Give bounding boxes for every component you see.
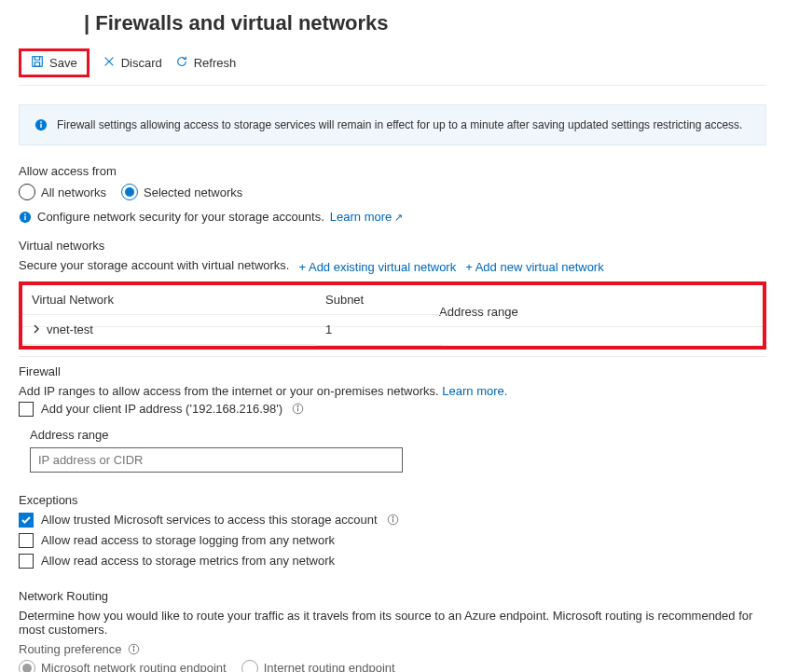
add-new-vnet-link[interactable]: + Add new virtual network xyxy=(465,260,604,274)
exception-trusted-ms[interactable]: Allow trusted Microsoft services to acce… xyxy=(19,513,766,528)
radio-all-networks[interactable]: All networks xyxy=(19,184,106,200)
info-icon[interactable] xyxy=(292,403,304,415)
radio-icon xyxy=(121,184,138,200)
info-banner-text: Firewall settings allowing access to sto… xyxy=(57,118,742,131)
firewall-learn-more-link[interactable]: Learn more. xyxy=(442,384,507,398)
firewall-desc-text: Add IP ranges to allow access from the i… xyxy=(19,384,439,398)
exception-label: Allow read access to storage metrics fro… xyxy=(41,554,335,568)
discard-label: Discard xyxy=(121,56,162,70)
chevron-right-icon xyxy=(32,322,41,336)
radio-label: Microsoft network routing endpoint xyxy=(41,661,227,672)
radio-internet-routing: Internet routing endpoint xyxy=(241,660,395,673)
add-client-ip-label: Add your client IP address ('192.168.216… xyxy=(41,402,282,416)
config-text: Configure network security for your stor… xyxy=(37,210,324,224)
config-security-line: Configure network security for your stor… xyxy=(19,210,766,224)
svg-point-10 xyxy=(297,405,298,406)
table-row[interactable]: vnet-test 1 xyxy=(22,315,442,346)
col-vnet: Virtual Network xyxy=(22,285,316,315)
radio-icon xyxy=(241,660,258,673)
routing-radios: Microsoft network routing endpoint Inter… xyxy=(19,660,766,673)
radio-label: Internet routing endpoint xyxy=(264,661,395,672)
access-label: Allow access from xyxy=(19,164,766,178)
radio-icon xyxy=(19,184,35,200)
routing-heading: Network Routing xyxy=(19,589,766,603)
vnet-table-left: Virtual Network Subnet vnet-test 1 xyxy=(22,285,442,346)
radio-selected-label: Selected networks xyxy=(144,185,242,199)
svg-rect-3 xyxy=(40,124,41,128)
vnet-desc: Secure your storage account with virtual… xyxy=(19,258,289,272)
svg-point-13 xyxy=(392,516,392,517)
exception-logging[interactable]: Allow read access to storage logging fro… xyxy=(19,533,766,548)
checkbox-icon[interactable] xyxy=(19,554,34,569)
discard-button[interactable]: Discard xyxy=(103,55,162,71)
add-existing-vnet-link[interactable]: + Add existing virtual network xyxy=(298,260,456,274)
firewall-desc: Add IP ranges to allow access from the i… xyxy=(19,384,766,398)
vnet-name: vnet-test xyxy=(47,322,93,336)
close-icon xyxy=(103,55,116,71)
checkbox-icon[interactable] xyxy=(19,402,34,417)
routing-pref-text: Routing preference xyxy=(19,642,122,656)
routing-pref-label: Routing preference xyxy=(19,642,766,656)
vnet-heading: Virtual networks xyxy=(19,239,766,253)
access-radios: All networks Selected networks xyxy=(19,184,766,200)
save-label: Save xyxy=(49,56,77,70)
svg-point-4 xyxy=(40,121,42,123)
routing-desc: Determine how you would like to route yo… xyxy=(19,609,766,637)
add-client-ip-row[interactable]: Add your client IP address ('192.168.216… xyxy=(19,402,766,417)
refresh-button[interactable]: Refresh xyxy=(175,55,237,71)
save-button[interactable]: Save xyxy=(31,55,77,71)
col-subnet: Subnet xyxy=(316,285,442,315)
exception-metrics[interactable]: Allow read access to storage metrics fro… xyxy=(19,554,766,569)
svg-rect-0 xyxy=(33,57,43,67)
info-banner: Firewall settings allowing access to sto… xyxy=(19,104,766,145)
info-icon[interactable] xyxy=(128,643,140,655)
highlight-save: Save xyxy=(19,48,90,77)
vnet-desc-line: Secure your storage account with virtual… xyxy=(19,258,766,276)
highlight-vnet-table: Virtual Network Subnet vnet-test 1 xyxy=(19,281,766,350)
radio-selected-networks[interactable]: Selected networks xyxy=(121,184,242,200)
exception-label: Allow trusted Microsoft services to acce… xyxy=(41,513,378,527)
radio-ms-routing: Microsoft network routing endpoint xyxy=(19,660,227,673)
checkbox-icon[interactable] xyxy=(19,513,34,528)
info-icon xyxy=(19,211,32,224)
refresh-icon xyxy=(175,55,188,71)
info-icon[interactable] xyxy=(387,514,399,526)
learn-more-link[interactable]: Learn more xyxy=(330,210,404,224)
checkbox-icon[interactable] xyxy=(19,533,34,548)
exception-label: Allow read access to storage logging fro… xyxy=(41,533,335,547)
svg-rect-6 xyxy=(24,215,25,219)
info-icon xyxy=(34,118,48,131)
page-title: | Firewalls and virtual networks xyxy=(19,11,766,35)
refresh-label: Refresh xyxy=(194,56,237,70)
exceptions-heading: Exceptions xyxy=(19,493,766,507)
svg-point-16 xyxy=(132,646,133,647)
svg-rect-1 xyxy=(34,62,39,66)
radio-all-label: All networks xyxy=(41,185,106,199)
save-icon xyxy=(31,55,44,71)
address-range-input[interactable] xyxy=(30,447,403,473)
radio-icon xyxy=(19,660,35,673)
toolbar: Save Discard Refresh xyxy=(19,48,766,86)
address-range-label: Address range xyxy=(30,428,766,442)
vnet-subnet: 1 xyxy=(316,315,442,346)
firewall-heading: Firewall xyxy=(19,364,766,378)
svg-point-7 xyxy=(24,213,26,215)
